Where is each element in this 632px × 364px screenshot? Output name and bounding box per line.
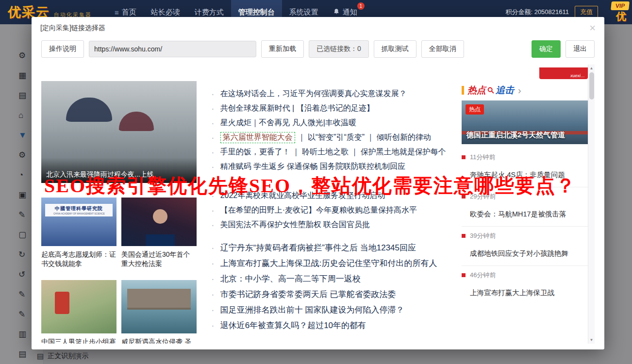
seo-watermark-text: SEO搜索引擎优化先锋SEO，整站优化需要注意哪些要点？ bbox=[44, 172, 576, 199]
cancel-all-button[interactable]: 全部取消 bbox=[421, 40, 464, 58]
nav-notifications-label: 通知 bbox=[343, 8, 357, 17]
news-left-column: 北京入汛来最强降雨过程今夜...上线 中國管理科學研究院 CHINA ACADE… bbox=[41, 81, 197, 344]
card-caption: 中国三人男篮止步小组赛 bbox=[41, 337, 116, 344]
vip-badge[interactable]: VIP bbox=[611, 1, 630, 10]
sign-text-en: CHINA ACADEMY OF MANAGEMENT SCIENCE bbox=[52, 213, 105, 215]
ad-banner-text: xuexi… bbox=[570, 73, 585, 78]
chase-title: 追击 bbox=[496, 84, 514, 97]
news-card-academy[interactable]: 中國管理科學研究院 CHINA ACADEMY OF MANAGEMENT SC… bbox=[41, 198, 116, 268]
link-selector-dialog: [定向采集]链接选择器 × 操作说明 重新加载 已选链接数：0 抓取测试 全部取… bbox=[32, 17, 604, 349]
bell-icon bbox=[333, 8, 340, 17]
headline-link[interactable]: 北京：中小学、高一高二等下周一返校 bbox=[211, 271, 468, 286]
headline-list: 在这场对话会上，习近平为何强调要真心实意谋发展？ 共创全球发展新时代 | 【沿着… bbox=[211, 86, 468, 232]
news-photo-venice bbox=[121, 280, 197, 333]
scrollbar-thumb[interactable] bbox=[589, 72, 594, 99]
building-sign: 中國管理科學研究院 CHINA ACADEMY OF MANAGEMENT SC… bbox=[45, 204, 113, 216]
news-timestamp: 39分钟前 bbox=[462, 232, 588, 240]
dialog-content: 北京入汛来最强降雨过程今夜...上线 中國管理科學研究院 CHINA ACADE… bbox=[41, 65, 595, 344]
hot-section-header[interactable]: 热点 追击 › bbox=[462, 84, 521, 97]
sign-text: 中國管理科學研究院 bbox=[46, 205, 112, 212]
vertical-scrollbar[interactable]: ▲ ▼ bbox=[588, 65, 595, 344]
selected-links-count: 已选链接数：0 bbox=[309, 40, 369, 58]
headline-link[interactable]: 星火成炬｜不舍再见 凡人微光|丰收温暖 bbox=[211, 116, 468, 130]
hot-news-item[interactable]: 46分钟前 上海宣布打赢大上海保卫战 bbox=[462, 266, 588, 305]
exit-button[interactable]: 退出 bbox=[565, 40, 595, 58]
close-icon[interactable]: × bbox=[589, 23, 596, 33]
feature-caption: 德国正重启北溪2号天然气管道 bbox=[466, 131, 565, 140]
url-input[interactable] bbox=[89, 41, 256, 57]
headline-rest: ｜ 以“智变”引“质变” ｜ 倾听创新的律动 bbox=[298, 132, 431, 143]
headline-link[interactable]: 手里的饭，更香了！ ｜ 聆听土地之歌 ｜ 保护黑土地就是保护每个 bbox=[211, 145, 468, 159]
headline-link[interactable]: 在这场对话会上，习近平为何强调要真心实意谋发展？ bbox=[211, 86, 468, 101]
headline-link[interactable]: 国足亚洲排名跌出前十 国家队建设为何陷入停滞？ bbox=[211, 302, 468, 317]
news-timestamp: 11分钟前 bbox=[462, 153, 588, 162]
selected-link-highlight[interactable]: 第六届世界智能大会 bbox=[220, 132, 295, 143]
news-headline-column: 在这场对话会上，习近平为何强调要真心实意谋发展？ 共创全球发展新时代 | 【沿着… bbox=[211, 86, 468, 333]
hot-feature-card[interactable]: 热点 德国正重启北溪2号天然气管道 bbox=[462, 100, 588, 144]
news-card-basketball[interactable]: 中国三人男篮止步小组赛 bbox=[41, 280, 116, 344]
news-timestamp: 46分钟前 bbox=[462, 271, 588, 280]
nav-home-label: 首页 bbox=[122, 8, 136, 17]
headline-link[interactable]: 上海宣布打赢大上海保卫战:历史会记住坚守和付出的所有人 bbox=[211, 255, 468, 271]
headline-link[interactable]: 辽宁丹东“持黄码者看病被拦”事件之后 当地12345回应 bbox=[211, 240, 468, 255]
chevron-right-icon: › bbox=[518, 85, 521, 96]
menu-icon: ≡ bbox=[115, 8, 119, 17]
help-button[interactable]: 操作说明 bbox=[41, 40, 84, 58]
grab-test-button[interactable]: 抓取测试 bbox=[374, 40, 416, 58]
hot-news-list: 11分钟前 奔驰车起火 4S店：非质量问题 29分钟前 欧委会：马航MH17是被… bbox=[462, 148, 588, 305]
scroll-down-icon[interactable]: ▼ bbox=[588, 338, 595, 342]
embedded-webpage: 北京入汛来最强降雨过程今夜...上线 中國管理科學研究院 CHINA ACADE… bbox=[41, 65, 588, 344]
notification-badge: 1 bbox=[357, 2, 365, 10]
news-photo-rain[interactable]: 北京入汛来最强降雨过程今夜...上线 bbox=[41, 81, 197, 183]
hot-badge: 热点 bbox=[466, 104, 484, 115]
ad-banner[interactable]: xuexi… bbox=[539, 67, 588, 79]
news-card-row: 中国三人男篮止步小组赛 威尼斯遇高水位侵袭 圣 bbox=[41, 280, 197, 344]
headline-link[interactable]: 第六届世界智能大会｜ 以“智变”引“质变” ｜ 倾听创新的律动 bbox=[211, 130, 468, 145]
headline-link[interactable]: 市委书记跻身省委常委两天后 已掌舵省委政法委 bbox=[211, 286, 468, 302]
news-title: 上海宣布打赢大上海保卫战 bbox=[470, 288, 588, 298]
card-caption: 威尼斯遇高水位侵袭 圣 bbox=[121, 337, 197, 344]
news-photo-speech bbox=[121, 198, 197, 246]
headline-link[interactable]: 美国宪法不再保护女性堕胎权 联合国官员批 bbox=[211, 217, 468, 232]
scroll-up-icon[interactable]: ▲ bbox=[588, 66, 595, 70]
headline-link[interactable]: 共创全球发展新时代 | 【沿着总书记的足迹】 bbox=[211, 101, 468, 116]
news-card-venice[interactable]: 威尼斯遇高水位侵袭 圣 bbox=[121, 280, 197, 344]
yellow-bar-icon bbox=[462, 86, 464, 95]
hot-news-item[interactable]: 39分钟前 成都地铁回应女子对小孩跳艳舞 bbox=[462, 227, 588, 266]
corner-logo-mark: 优 bbox=[616, 10, 626, 23]
news-card-row: 中國管理科學研究院 CHINA ACADEMY OF MANAGEMENT SC… bbox=[41, 198, 197, 268]
dialog-toolbar: 操作说明 重新加载 已选链接数：0 抓取测试 全部取消 确定 退出 bbox=[32, 35, 604, 65]
reload-button[interactable]: 重新加载 bbox=[261, 40, 304, 58]
dialog-title: [定向采集]链接选择器 bbox=[40, 24, 105, 33]
news-card-congress[interactable]: 美国会通过近30年首个重大控枪法案 bbox=[121, 198, 197, 268]
headline-list-secondary: 辽宁丹东“持黄码者看病被拦”事件之后 当地12345回应 上海宣布打赢大上海保卫… bbox=[211, 240, 468, 333]
card-caption: 起底高考志愿规划师：证书交钱就能拿 bbox=[41, 250, 116, 268]
news-title: 欧委会：马航MH17是被俄击落 bbox=[470, 210, 588, 219]
credit-balance: 积分金额: 2050821611 bbox=[505, 8, 569, 17]
headline-link[interactable]: 退休近6年被查算久吗？超过10年的都有 bbox=[211, 317, 468, 333]
dialog-header: [定向采集]链接选择器 × bbox=[32, 17, 604, 35]
hot-title: 热点 bbox=[467, 84, 486, 97]
news-photo-basketball bbox=[41, 280, 116, 333]
magnifier-icon bbox=[487, 86, 495, 94]
confirm-button[interactable]: 确定 bbox=[532, 40, 561, 58]
news-photo-academy: 中國管理科學研究院 CHINA ACADEMY OF MANAGEMENT SC… bbox=[41, 198, 116, 246]
card-caption: 美国会通过近30年首个重大控枪法案 bbox=[121, 250, 197, 268]
headline-link[interactable]: 精准赋码 学生返乡 保通保畅 国务院联防联控机制回应 bbox=[211, 159, 468, 174]
news-title: 成都地铁回应女子对小孩跳艳舞 bbox=[470, 249, 588, 258]
headline-link[interactable]: 【在希望的田野上·麦收记】今年夏粮收购总量保持高水平 bbox=[211, 203, 468, 217]
